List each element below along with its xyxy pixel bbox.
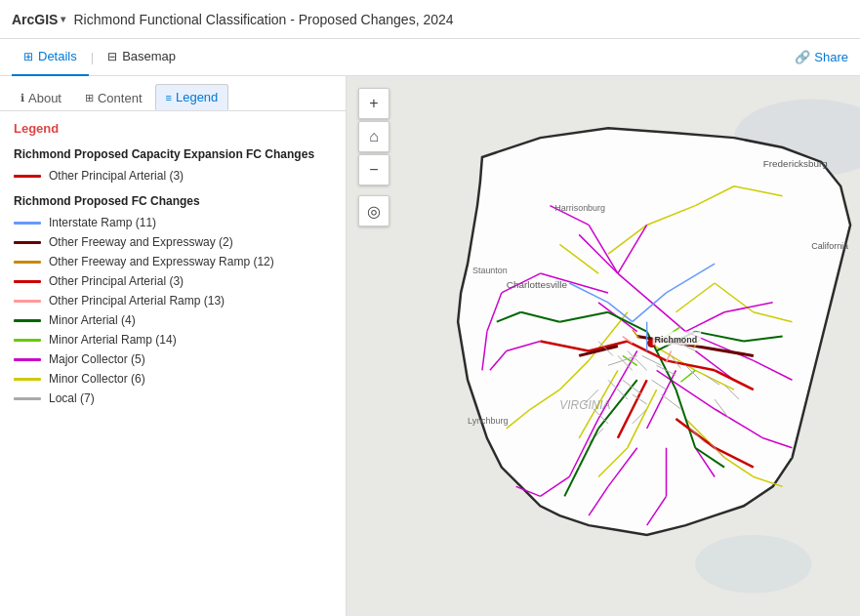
legend-line-minor-arterial (14, 319, 41, 322)
arcgis-name: ArcGIS (12, 12, 58, 27)
home-icon: ⌂ (369, 128, 379, 145)
home-button[interactable]: ⌂ (358, 121, 389, 152)
svg-point-2 (695, 535, 811, 594)
subtabs: ℹ About ⊞ Content ≡ Legend (0, 76, 346, 111)
subtab-legend[interactable]: ≡ Legend (155, 84, 229, 110)
svg-text:Richmond: Richmond (655, 335, 698, 345)
map-controls: + ⌂ − ◎ (358, 88, 389, 226)
legend-item-label: Minor Arterial Ramp (14) (49, 333, 177, 347)
topbar: ArcGIS ▾ Richmond Functional Classificat… (0, 0, 860, 39)
arcgis-logo[interactable]: ArcGIS ▾ (12, 12, 65, 27)
legend-line-local (14, 397, 41, 400)
legend-line-freeway-expressway-ramp (14, 261, 41, 264)
legend-line-minor-collector (14, 378, 41, 381)
legend-line-minor-arterial-ramp (14, 339, 41, 342)
content-subtab-label: Content (98, 91, 143, 105)
tab-basemap[interactable]: ⊟ Basemap (96, 39, 187, 76)
subtab-about[interactable]: ℹ About (10, 85, 72, 110)
share-label: Share (814, 50, 848, 64)
legend-item-label: Other Principal Arterial (3) (49, 169, 184, 183)
legend-item-minor-arterial: Minor Arterial (4) (14, 313, 332, 327)
basemap-tab-icon: ⊟ (107, 50, 117, 63)
svg-text:Fredericksburg: Fredericksburg (763, 158, 828, 169)
main-layout: ℹ About ⊞ Content ≡ Legend Legend Richmo… (0, 76, 860, 616)
legend-line-major-collector (14, 358, 41, 361)
legend-item-other-principal-ramp: Other Principal Arterial Ramp (13) (14, 294, 332, 308)
arcgis-chevron: ▾ (61, 14, 65, 24)
legend-item-label: Interstate Ramp (11) (49, 216, 156, 229)
legend-line-freeway-expressway (14, 241, 41, 244)
zoom-out-button[interactable]: − (358, 154, 389, 185)
details-tab-label: Details (38, 49, 77, 63)
zoom-out-icon: − (369, 161, 378, 179)
map-title: Richmond Functional Classification - Pro… (73, 12, 453, 27)
legend-item-interstate-ramp: Interstate Ramp (11) (14, 216, 332, 229)
legend-item-label: Major Collector (5) (49, 352, 145, 366)
legend-panel: Legend Richmond Proposed Capacity Expans… (0, 111, 346, 616)
svg-text:Staunton: Staunton (472, 266, 508, 275)
legend-item-major-collector: Major Collector (5) (14, 352, 332, 366)
legend-item-freeway-expressway: Other Freeway and Expressway (2) (14, 235, 332, 249)
legend-item-label: Local (7) (49, 391, 95, 405)
legend-item-label: Other Principal Arterial (3) (49, 274, 184, 288)
legend-item-label: Minor Arterial (4) (49, 313, 136, 327)
legend-line-other-principal-ramp (14, 300, 41, 303)
legend-item-local: Local (7) (14, 391, 332, 405)
subtab-content[interactable]: ⊞ Content (74, 85, 153, 110)
locate-icon: ◎ (367, 202, 381, 221)
legend-line-color (14, 175, 41, 178)
legend-subtab-label: Legend (176, 90, 218, 104)
details-tab-icon: ⊞ (23, 50, 33, 63)
svg-text:Harrisonburg: Harrisonburg (554, 203, 605, 213)
svg-text:Lynchburg: Lynchburg (468, 416, 508, 426)
about-subtab-label: About (28, 91, 61, 105)
share-icon: 🔗 (795, 50, 810, 64)
svg-text:Charlottesville: Charlottesville (507, 279, 568, 290)
zoom-in-icon: + (369, 95, 378, 112)
legend-item-other-principal: Other Principal Arterial (3) (14, 274, 332, 288)
legend-item-label: Minor Collector (6) (49, 372, 145, 386)
locate-button[interactable]: ◎ (358, 195, 389, 226)
tab-separator: | (91, 50, 94, 64)
legend-line-interstate-ramp (14, 222, 41, 225)
svg-text:VIRGINIA: VIRGINIA (559, 398, 610, 412)
legend-item-label: Other Principal Arterial Ramp (13) (49, 294, 225, 308)
map-svg: Richmond Charlottesville Fredericksburg … (347, 76, 860, 616)
sidebar: ℹ About ⊞ Content ≡ Legend Legend Richmo… (0, 76, 347, 616)
zoom-in-button[interactable]: + (358, 88, 389, 119)
legend-item-label: Other Freeway and Expressway Ramp (12) (49, 255, 274, 268)
legend-item-label: Other Freeway and Expressway (2) (49, 235, 233, 249)
about-subtab-icon: ℹ (20, 92, 24, 104)
legend-group-1-title: Richmond Proposed Capacity Expansion FC … (14, 147, 332, 161)
tab-details[interactable]: ⊞ Details (12, 39, 89, 76)
legend-item-minor-arterial-ramp: Minor Arterial Ramp (14) (14, 333, 332, 347)
legend-item-other-principal-capacity: Other Principal Arterial (3) (14, 169, 332, 183)
tabbar: ⊞ Details | ⊟ Basemap 🔗 Share (0, 39, 860, 76)
legend-line-other-principal (14, 280, 41, 283)
legend-subtab-icon: ≡ (166, 92, 172, 103)
basemap-tab-label: Basemap (122, 49, 176, 63)
legend-item-freeway-expressway-ramp: Other Freeway and Expressway Ramp (12) (14, 255, 332, 268)
legend-item-minor-collector: Minor Collector (6) (14, 372, 332, 386)
svg-text:California: California (811, 241, 848, 251)
legend-title: Legend (14, 121, 332, 136)
content-subtab-icon: ⊞ (85, 92, 94, 104)
share-button[interactable]: 🔗 Share (795, 50, 848, 64)
map-area[interactable]: + ⌂ − ◎ (347, 76, 860, 616)
legend-group-2-title: Richmond Proposed FC Changes (14, 194, 332, 208)
